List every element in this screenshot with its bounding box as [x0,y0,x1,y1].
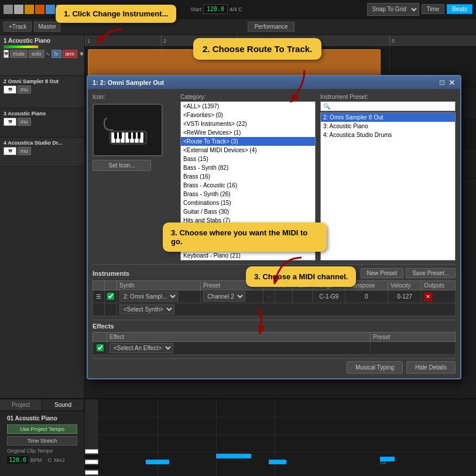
preset-item-2[interactable]: 3: Acoustic Piano [321,122,455,131]
svg-rect-10 [128,132,131,139]
d4-marker: D4 [380,460,386,465]
tempo-row: Original Clip Tempo [4,447,81,455]
use-project-tempo-button[interactable]: Use Project Tempo [7,424,77,434]
row-1-checkbox[interactable] [105,290,117,303]
track-2-instrument-icon[interactable]: 🎹 [4,85,16,94]
cat-item-favorites[interactable]: <Favorites> (0) [181,111,315,119]
dialog-resize-icon[interactable]: ⊡ [439,78,445,87]
keyboard-icon [98,109,157,150]
track-1-name: 1 Acoustic Piano [4,37,50,44]
row-1-preset: Channel 2 [201,290,263,303]
preset-list[interactable]: 2: Omni Sampler 8 Out 3: Acoustic Piano … [320,112,456,261]
cat-item-brass-synth[interactable]: Brass - Synth (26) [181,190,315,198]
row-1-enable-checkbox[interactable] [107,293,114,300]
cat-item-combinations[interactable]: Combinations (15) [181,198,315,207]
row-1-synth-select[interactable]: 2: Omni Sampl... [119,292,178,302]
track-2-name: 2 Omni Sampler 8 Out [4,78,59,84]
cat-item-route[interactable]: <Route To Track> (3) [181,137,315,146]
track-1-arm-button[interactable]: arm [63,50,78,58]
cat-item-rewire[interactable]: <ReWire Devices> (1) [181,128,315,137]
cat-item-brass[interactable]: Brass (16) [181,172,315,181]
track-1-instrument-icon[interactable]: 🎹 [4,50,9,58]
new-preset-button[interactable]: New Preset [361,268,404,278]
select-synth-dropdown[interactable]: <Select Synth> [119,304,174,314]
musical-typing-button[interactable]: Musical Typing [347,361,403,374]
cat-item-guitar[interactable]: Guitar / Bass (30) [181,207,315,216]
effects-row-1: <Select An Effect> [93,342,456,355]
track-1-fx-button[interactable]: fx [52,50,61,58]
dialog-close-button[interactable]: ✕ [448,78,456,87]
preset-search-input[interactable] [332,103,453,109]
eff-row-1-preset [371,342,456,355]
track-4-mute-button[interactable]: mu [18,147,31,155]
cat-item-bass[interactable]: Bass (15) [181,155,315,163]
tempo-value: 120.0 [7,456,28,464]
row-1-range: C-1-G9 [313,290,345,303]
track-3-header: 3 Acoustic Piano 🎹 mu [0,108,84,138]
performance-button[interactable]: Performance [248,22,294,32]
bottom-content: 01 Acoustic Piano Use Project Tempo Time… [0,411,84,476]
save-preset-button[interactable]: Save Preset... [406,268,456,278]
cat-item-bass-synth[interactable]: Bass - Synth (82) [181,163,315,172]
instrument-buttons: New Preset Save Preset... [361,268,456,278]
row-1-delete-button[interactable]: ✕ [424,293,432,301]
bpm-display: 120.0 [203,4,228,14]
svg-rect-8 [114,132,117,139]
beats-button[interactable]: Beats [447,4,472,14]
hide-details-button[interactable]: Hide Details [406,361,456,374]
piano-key-black-2 [85,465,98,469]
cat-item-all[interactable]: <ALL> (1397) [181,102,315,111]
eff-row-1-cb[interactable] [93,342,107,355]
cat-item-ext-midi[interactable]: <External MIDI Devices> (4) [181,146,315,155]
roll-line-2 [99,434,476,435]
track-1-solo-button[interactable]: solo [29,50,44,58]
cat-item-brass-acoustic[interactable]: Brass - Acoustic (16) [181,181,315,190]
eff-col-effect: Effect [107,333,371,342]
track-3-instrument-icon[interactable]: 🎹 [4,118,16,126]
row-1-preset-select[interactable]: Channel 2 [203,292,245,302]
track-1-dropdown-icon[interactable]: ▼ [78,50,85,57]
piano-roll-grid: D4 [99,399,476,476]
track-4-name: 4 Acoustica Studio Dr... [4,140,62,146]
effects-table: Effect Preset <Select An Effect> [93,332,456,355]
snap-select[interactable]: Snap To Grid [367,3,419,16]
instrument-icon-box [93,104,163,156]
cat-item-vsti[interactable]: <VSTi Instruments> (22) [181,119,315,128]
row-1-delete[interactable]: ✕ [422,290,456,303]
time-stretch-button[interactable]: Time Stretch [7,436,77,446]
time-button[interactable]: Time [422,4,445,14]
set-icon-button[interactable]: Set Icon... [93,160,151,171]
sound-tab[interactable]: Sound [42,399,84,410]
track-4-instrument-icon[interactable]: 🎹 [4,147,16,155]
eff-col-cb [93,333,107,342]
row-1-drag[interactable]: ☰ [93,290,105,303]
preset-item-1[interactable]: 2: Omni Sampler 8 Out [321,113,455,122]
arrow-2 [281,67,328,102]
bottom-right-panel: D4 [85,399,476,476]
row-1-pan [292,290,313,303]
master-button[interactable]: Master [34,22,60,32]
svg-rect-12 [138,132,141,139]
track-1-level [4,45,39,49]
row-1-vol [275,290,292,303]
track-2-mute-button[interactable]: mu [18,85,31,94]
select-effect-dropdown[interactable]: <Select An Effect> [109,343,173,353]
roll-vline-2 [216,399,217,476]
preset-search-box: 🔍 [320,101,456,111]
piano-key-white-2 [85,460,98,464]
bottom-panel: Project Sound 01 Acoustic Piano Use Proj… [0,398,476,476]
instruments-label: Instruments [93,270,129,277]
key-label: C [48,457,52,463]
project-tab[interactable]: Project [0,399,42,410]
roll-line-1 [99,417,476,417]
track-list: 1 Acoustic Piano 🎹 mute solo ∿ fx arm ▼ … [0,35,85,398]
add-track-button[interactable]: +Track [4,22,32,32]
tempo-label: Original Clip Tempo [7,448,53,454]
track-3-mute-button[interactable]: mu [18,118,31,126]
ruler-mark-2: 2 [161,35,166,46]
track-1-mute-button[interactable]: mute [10,50,28,58]
preset-item-3[interactable]: 4: Acoustica Studio Drums [321,131,455,139]
dialog-title: 1: 2: Omni Sampler Out [93,79,164,86]
eff-enable-checkbox[interactable] [97,344,104,351]
preset-label: Instrument Preset: [320,94,456,100]
